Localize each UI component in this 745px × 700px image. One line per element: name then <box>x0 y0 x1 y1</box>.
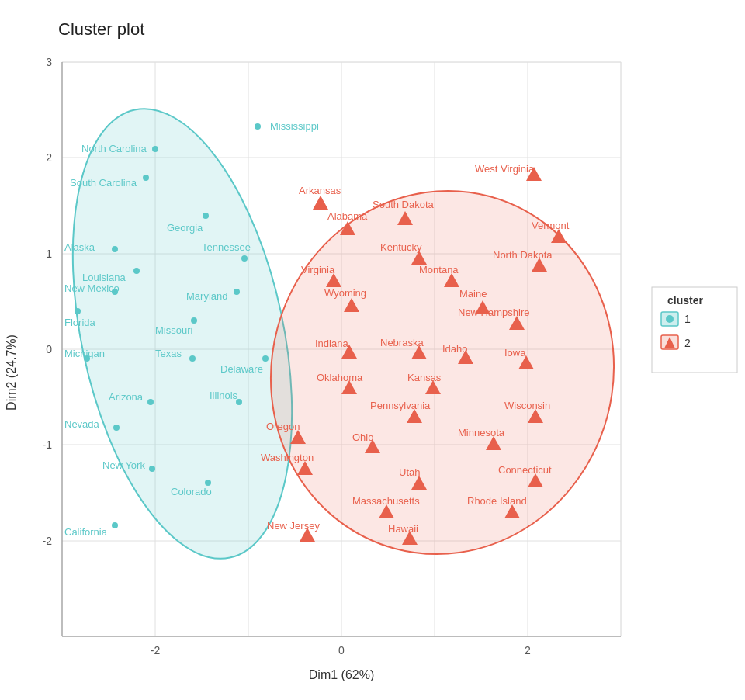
label-kentucky: Kentucky <box>380 241 422 253</box>
point-mississippi <box>255 123 261 130</box>
x-tick-neg2: -2 <box>151 644 161 657</box>
label-hawaii: Hawaii <box>388 523 418 535</box>
chart-container: Cluster plot Dim2 (24.7%) Dim1 (62%) -2 … <box>0 0 745 700</box>
label-indiana: Indiana <box>315 338 348 349</box>
point-louisiana <box>133 268 140 274</box>
x-tick-2: 2 <box>525 644 531 657</box>
label-maine: Maine <box>459 288 487 300</box>
label-ohio: Ohio <box>352 431 373 443</box>
label-arkansas: Arkansas <box>299 185 341 196</box>
label-utah: Utah <box>399 466 420 478</box>
point-missouri <box>191 317 197 324</box>
label-georgia: Georgia <box>167 222 203 234</box>
label-texas: Texas <box>155 348 182 359</box>
chart-title: Cluster plot <box>58 19 144 39</box>
point-tennessee <box>241 255 248 262</box>
point-sc <box>143 175 149 181</box>
label-tennessee: Tennessee <box>202 241 251 253</box>
label-mississippi: Mississippi <box>270 120 319 132</box>
legend-item1-point <box>666 315 674 323</box>
point-georgia <box>203 213 209 219</box>
label-oklahoma: Oklahoma <box>317 372 363 383</box>
y-tick-3: 3 <box>46 56 52 68</box>
y-tick-0: 0 <box>46 343 52 355</box>
label-illinois: Illinois <box>210 390 238 401</box>
label-connecticut: Connecticut <box>498 464 552 476</box>
point-nevada <box>113 425 120 431</box>
y-tick-neg2: -2 <box>43 535 53 547</box>
point-delaware <box>262 355 269 362</box>
label-maryland: Maryland <box>186 290 227 302</box>
point-california <box>112 522 118 528</box>
y-tick-neg1: -1 <box>43 438 53 451</box>
legend-title: cluster <box>667 294 703 307</box>
label-nh: New Hampshire <box>458 307 529 318</box>
label-iowa: Iowa <box>504 347 526 359</box>
label-alabama: Alabama <box>327 210 368 222</box>
label-wisconsin: Wisconsin <box>504 400 550 411</box>
point-texas <box>189 355 196 362</box>
label-wv: West Virginia <box>475 163 535 175</box>
label-newyork: New York <box>102 459 145 471</box>
label-montana: Montana <box>419 264 459 275</box>
label-delaware: Delaware <box>220 363 263 375</box>
label-florida: Florida <box>64 317 96 328</box>
label-nc: North Carolina <box>81 143 147 154</box>
label-colorado: Colorado <box>171 486 212 497</box>
label-nevada: Nevada <box>64 418 100 430</box>
x-axis-label: Dim1 (62%) <box>309 668 374 681</box>
y-tick-2: 2 <box>46 151 52 164</box>
label-oregon: Oregon <box>266 421 300 432</box>
label-idaho: Idaho <box>442 343 468 355</box>
point-alaska <box>112 246 118 252</box>
legend-item1-label: 1 <box>684 313 691 325</box>
label-missouri: Missouri <box>155 324 193 336</box>
label-sc: South Carolina <box>70 177 137 189</box>
label-arizona: Arizona <box>109 391 144 403</box>
label-nj: New Jersey <box>267 520 320 532</box>
point-maryland <box>234 289 240 295</box>
y-tick-1: 1 <box>46 248 52 260</box>
label-rhode: Rhode Island <box>467 495 527 507</box>
point-newyork <box>149 466 155 472</box>
label-washington: Washington <box>261 452 314 463</box>
label-kansas: Kansas <box>407 372 442 383</box>
label-virginia: Virginia <box>301 264 335 275</box>
label-sd: South Dakota <box>372 199 435 210</box>
label-nebraska: Nebraska <box>380 337 424 348</box>
label-michigan: Michigan <box>64 348 105 359</box>
label-mass: Massachusetts <box>352 495 420 507</box>
legend-item2-label: 2 <box>684 337 691 349</box>
label-california: California <box>64 526 108 538</box>
y-axis-label: Dim2 (24.7%) <box>5 334 18 411</box>
point-arizona <box>147 399 154 405</box>
point-nc <box>152 146 158 152</box>
label-pennsylvania: Pennsylvania <box>370 400 431 411</box>
label-newmexico: New Mexico <box>64 282 120 294</box>
label-louisiana: Louisiana <box>82 272 126 283</box>
label-alaska: Alaska <box>64 241 95 253</box>
x-tick-0: 0 <box>338 644 345 657</box>
label-nd: North Dakota <box>493 249 553 261</box>
label-vermont: Vermont <box>532 220 570 231</box>
point-florida <box>74 308 81 314</box>
point-colorado <box>205 480 211 486</box>
label-minnesota: Minnesota <box>458 427 505 438</box>
cluster-plot-svg: Cluster plot Dim2 (24.7%) Dim1 (62%) -2 … <box>0 0 745 700</box>
label-wyoming: Wyoming <box>324 287 366 299</box>
